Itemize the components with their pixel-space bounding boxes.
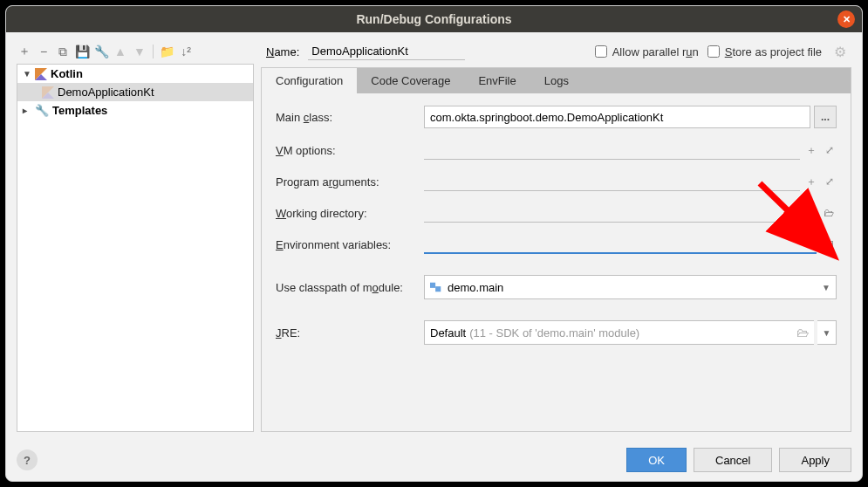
name-input[interactable] [308,43,465,60]
jre-value: Default [430,326,466,340]
jre-dropdown-button[interactable]: ▼ [817,320,837,345]
main-class-input[interactable] [424,106,810,128]
tree-node-templates[interactable]: ▸ 🔧 Templates [17,101,253,120]
kotlin-icon [42,86,54,99]
down-icon[interactable]: ▼ [132,45,147,58]
svg-rect-4 [430,283,435,288]
sort-icon[interactable]: ↓² [178,45,194,58]
program-args-label: Program arguments: [276,175,415,189]
classpath-label: Use classpath of module: [276,281,415,294]
dialog-footer: ? OK Cancel Apply [17,439,851,472]
window-title: Run/Debug Configurations [356,12,511,26]
env-vars-label: Environment variables: [276,238,415,251]
vm-options-label: VM options: [276,144,415,157]
chevron-down-icon: ▼ [23,69,31,79]
classpath-value: demo.main [448,281,503,294]
help-button[interactable]: ? [17,449,38,470]
tree-node-demoapp[interactable]: DemoApplicationKt [17,83,253,101]
cancel-button[interactable]: Cancel [694,448,772,472]
vm-options-input[interactable] [424,141,800,160]
left-panel: ＋ − ⧉ 💾 🔧 ▲ ▼ 📁 ↓² ▼ Kotlin [17,41,254,432]
add-small-icon[interactable]: ＋ [802,206,817,221]
right-panel: Name: Allow parallel run Store as projec… [261,41,851,432]
apply-button[interactable]: Apply [779,448,851,472]
close-icon[interactable]: ✕ [837,10,855,28]
chevron-down-icon: ▼ [822,283,830,292]
allow-parallel-checkbox[interactable]: Allow parallel run [595,45,699,58]
tab-envfile[interactable]: EnvFile [464,68,530,93]
ok-button[interactable]: OK [626,448,687,472]
chevron-right-icon: ▸ [23,106,31,115]
working-dir-label: Working directory: [276,207,415,220]
wrench-icon: 🔧 [35,104,49,117]
main-class-label: Main class: [276,111,415,124]
configuration-form: Main class: ... VM options: ＋ ⤢ [262,93,851,353]
jre-label: JRE: [276,326,415,340]
up-icon[interactable]: ▲ [113,45,128,58]
name-label: Name: [266,45,299,58]
list-icon[interactable]: ▤ [820,237,837,251]
wrench-icon[interactable]: 🔧 [93,45,109,58]
working-dir-input[interactable] [424,203,798,223]
folder-small-icon: 🗁 [796,326,809,340]
add-small-icon[interactable]: ＋ [803,143,819,158]
titlebar: Run/Debug Configurations ✕ [6,6,862,32]
expand-icon[interactable]: ⤢ [823,175,837,188]
copy-icon[interactable]: ⧉ [55,45,71,59]
module-icon [430,281,442,293]
config-tree: ▼ Kotlin DemoApplicationKt ▸ 🔧 Templates [17,64,254,432]
gear-icon[interactable]: ⚙ [834,44,846,60]
jre-hint: (11 - SDK of 'demo.main' module) [469,326,639,340]
program-args-input[interactable] [424,172,800,191]
add-icon[interactable]: ＋ [17,44,32,59]
run-debug-dialog: Run/Debug Configurations ✕ ＋ − ⧉ 💾 🔧 ▲ ▼… [5,5,863,482]
env-vars-input[interactable] [424,235,817,254]
store-project-checkbox[interactable]: Store as project file [707,45,822,58]
tree-label-demoapp: DemoApplicationKt [58,86,154,99]
tab-coverage[interactable]: Code Coverage [357,68,464,93]
tab-configuration[interactable]: Configuration [262,68,357,93]
tab-logs[interactable]: Logs [530,68,583,93]
tree-node-kotlin[interactable]: ▼ Kotlin [17,65,253,83]
remove-icon[interactable]: − [36,45,51,58]
tree-label-templates: Templates [52,104,107,117]
browse-button[interactable]: ... [814,106,837,128]
save-icon[interactable]: 💾 [74,45,90,58]
folder-icon[interactable]: 📁 [159,45,174,58]
kotlin-icon [35,68,47,80]
folder-small-icon[interactable]: 🗁 [821,207,837,219]
jre-select[interactable]: Default (11 - SDK of 'demo.main' module)… [424,320,814,345]
tree-label-kotlin: Kotlin [51,67,83,80]
svg-rect-5 [435,286,441,292]
separator [153,45,154,58]
add-small-icon[interactable]: ＋ [803,175,819,189]
expand-icon[interactable]: ⤢ [823,144,837,156]
tabs: Configuration Code Coverage EnvFile Logs [262,68,851,93]
tree-toolbar: ＋ − ⧉ 💾 🔧 ▲ ▼ 📁 ↓² [17,41,254,62]
classpath-select[interactable]: demo.main ▼ [424,275,837,299]
